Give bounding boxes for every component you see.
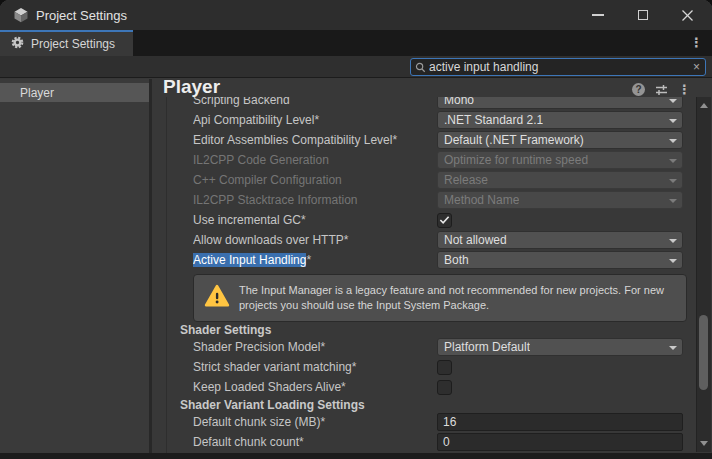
setting-control: Mono (437, 97, 683, 109)
dropdown-scripting-backend[interactable]: Mono (437, 97, 683, 109)
setting-control: 16 (437, 413, 683, 431)
minimize-icon (592, 14, 604, 16)
window-bottom-edge (0, 453, 712, 459)
chevron-down-icon (669, 179, 677, 183)
setting-label: Scripting Backend (193, 97, 437, 107)
settings-row-strict-shader-variant-matching: Strict shader variant matching* (155, 357, 695, 377)
chevron-down-icon (669, 239, 677, 243)
setting-label: Shader Precision Model* (193, 340, 437, 354)
setting-control (437, 360, 683, 375)
checkbox-use-incremental-gc[interactable] (437, 213, 452, 228)
presets-icon[interactable] (655, 84, 668, 96)
setting-label: Editor Assemblies Compatibility Level* (193, 133, 437, 147)
main-panel: Player ? ⋮ Scripting BackendMonoApi Comp… (155, 79, 712, 453)
settings-row-keep-loaded-shaders-alive: Keep Loaded Shaders Alive* (155, 377, 695, 397)
setting-control: .NET Standard 2.1 (437, 111, 683, 129)
chevron-down-icon (669, 199, 677, 203)
setting-label: Strict shader variant matching* (193, 360, 437, 374)
dropdown-allow-downloads-over-http[interactable]: Not allowed (437, 231, 683, 249)
field-default-chunk-count[interactable]: 0 (437, 433, 683, 451)
maximize-button[interactable] (620, 0, 665, 30)
tab-menu-icon[interactable]: ⋮ (690, 36, 703, 49)
warning-icon (204, 284, 230, 312)
panel-header-icons: ? ⋮ (632, 83, 691, 96)
setting-control (437, 213, 683, 228)
setting-label: IL2CPP Code Generation (193, 153, 437, 167)
dropdown-shader-precision-model[interactable]: Platform Default (437, 338, 683, 356)
setting-label: Allow downloads over HTTP* (193, 233, 437, 247)
settings-rows: Scripting BackendMonoApi Compatibility L… (155, 97, 695, 452)
setting-label: Keep Loaded Shaders Alive* (193, 380, 437, 394)
close-button[interactable] (665, 0, 710, 30)
search-icon (415, 62, 426, 73)
gear-icon (11, 35, 24, 53)
setting-label: IL2CPP Stacktrace Information (193, 193, 437, 207)
tab-label: Project Settings (31, 37, 115, 51)
minimize-button[interactable] (575, 0, 620, 30)
sidebar: Player (0, 79, 152, 453)
settings-row-allow-downloads-over-http: Allow downloads over HTTP*Not allowed (155, 230, 695, 250)
dropdown-active-input-handling[interactable]: Both (437, 251, 683, 269)
setting-label: Api Compatibility Level* (193, 113, 437, 127)
tab-project-settings[interactable]: Project Settings (0, 30, 133, 56)
setting-control: Optimize for runtime speed (437, 151, 683, 169)
close-icon (681, 9, 694, 22)
settings-row-scripting-backend: Scripting BackendMono (155, 97, 695, 110)
scroll-down-icon[interactable] (700, 441, 708, 446)
search-box[interactable]: × (410, 58, 706, 76)
settings-row-active-input-handling: Active Input Handling*Both (155, 250, 695, 270)
setting-label: Use incremental GC* (193, 213, 437, 227)
dropdown-c-compiler-configuration: Release (437, 171, 683, 189)
settings-row-il2cpp-stacktrace-information: IL2CPP Stacktrace InformationMethod Name (155, 190, 695, 210)
search-input[interactable] (429, 59, 693, 75)
setting-control: 0 (437, 433, 683, 451)
setting-label: Active Input Handling* (193, 253, 437, 267)
setting-control (437, 380, 683, 395)
dropdown-il2cpp-stacktrace-information: Method Name (437, 191, 683, 209)
clear-search-icon[interactable]: × (693, 61, 700, 73)
setting-control: Both (437, 251, 683, 269)
help-icon[interactable]: ? (632, 83, 645, 96)
dropdown-editor-assemblies-compatibility-level[interactable]: Default (.NET Framework) (437, 131, 683, 149)
sidebar-item-player[interactable]: Player (0, 83, 149, 102)
chevron-down-icon (669, 346, 677, 350)
project-settings-window: Project Settings P (0, 0, 712, 459)
settings-row-shader-precision-model: Shader Precision Model*Platform Default (155, 337, 695, 357)
checkbox-keep-loaded-shaders-alive[interactable] (437, 380, 452, 395)
scrollbar[interactable] (696, 97, 711, 452)
page-title: Player (163, 76, 220, 98)
setting-label: Default chunk size (MB)* (193, 415, 437, 429)
scroll-up-icon[interactable] (700, 103, 708, 108)
setting-control: Method Name (437, 191, 683, 209)
settings-viewport: Scripting BackendMonoApi Compatibility L… (155, 97, 695, 453)
checkbox-strict-shader-variant-matching[interactable] (437, 360, 452, 375)
field-default-chunk-size-mb[interactable]: 16 (437, 413, 683, 431)
settings-row-default-chunk-size-mb: Default chunk size (MB)*16 (155, 412, 695, 432)
unity-logo-icon (13, 7, 29, 23)
title-bar: Project Settings (0, 0, 712, 30)
settings-row-default-chunk-count: Default chunk count*0 (155, 432, 695, 452)
toolbar: × (0, 56, 712, 78)
panel-menu-icon[interactable]: ⋮ (678, 83, 691, 96)
window-controls (575, 0, 710, 30)
settings-row-api-compatibility-level: Api Compatibility Level*.NET Standard 2.… (155, 110, 695, 130)
check-icon (439, 215, 450, 225)
section-header-shader-variant-loading-settings: Shader Variant Loading Settings (155, 397, 695, 412)
setting-label: C++ Compiler Configuration (193, 173, 437, 187)
tab-bar: Project Settings ⋮ (0, 30, 712, 56)
maximize-icon (638, 10, 648, 20)
settings-row-il2cpp-code-generation: IL2CPP Code GenerationOptimize for runti… (155, 150, 695, 170)
scrollbar-thumb[interactable] (699, 315, 708, 390)
setting-control: Default (.NET Framework) (437, 131, 683, 149)
dropdown-api-compatibility-level[interactable]: .NET Standard 2.1 (437, 111, 683, 129)
window-title: Project Settings (36, 8, 127, 23)
settings-row-editor-assemblies-compatibility-level: Editor Assemblies Compatibility Level*De… (155, 130, 695, 150)
chevron-down-icon (669, 259, 677, 263)
section-header-shader-settings: Shader Settings (155, 322, 695, 337)
chevron-down-icon (669, 159, 677, 163)
dropdown-il2cpp-code-generation: Optimize for runtime speed (437, 151, 683, 169)
settings-row-c-compiler-configuration: C++ Compiler ConfigurationRelease (155, 170, 695, 190)
setting-control: Not allowed (437, 231, 683, 249)
chevron-down-icon (669, 119, 677, 123)
chevron-down-icon (669, 139, 677, 143)
